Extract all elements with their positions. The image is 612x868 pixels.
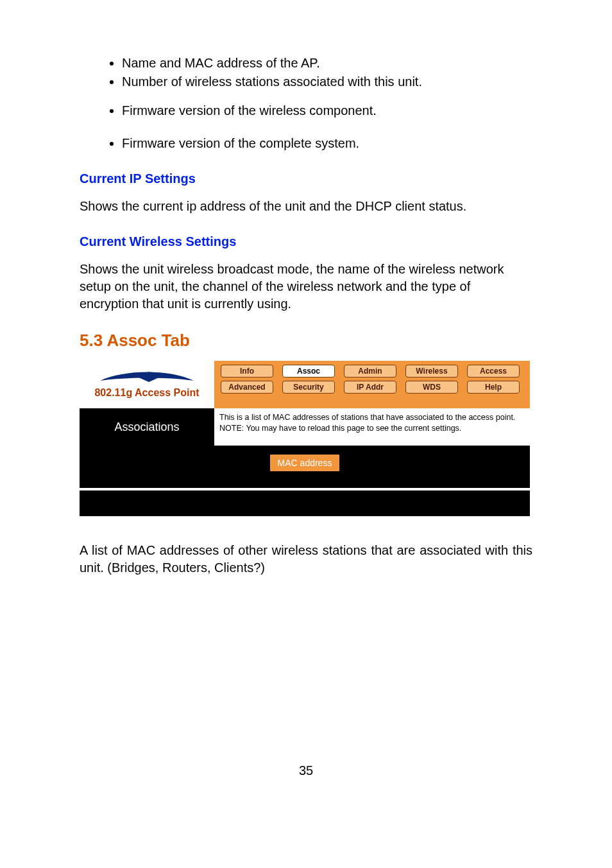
heading-current-wireless: Current Wireless Settings bbox=[80, 234, 532, 249]
router-footer-bar bbox=[80, 490, 530, 516]
paragraph-wireless: Shows the unit wireless broadcast mode, … bbox=[80, 261, 532, 313]
paragraph-ip: Shows the current ip address of the unit… bbox=[80, 198, 532, 215]
section-heading-assoc-tab: 5.3 Assoc Tab bbox=[80, 331, 532, 351]
router-mid-row: Associations This is a list of MAC addre… bbox=[80, 408, 530, 446]
router-side-title: Associations bbox=[80, 408, 214, 446]
router-ui-figure: 802.11g Access Point Info Assoc Admin Wi… bbox=[80, 361, 530, 516]
tab-access[interactable]: Access bbox=[467, 365, 520, 378]
tab-wireless[interactable]: Wireless bbox=[405, 365, 458, 378]
router-header: 802.11g Access Point Info Assoc Admin Wi… bbox=[80, 361, 530, 408]
tab-help[interactable]: Help bbox=[467, 381, 520, 394]
brand-text: 802.11g Access Point bbox=[94, 387, 199, 399]
bullet-list-1: Name and MAC address of the AP. Number o… bbox=[80, 55, 532, 91]
brand-swoosh-icon bbox=[99, 370, 195, 386]
paragraph-below-figure: A list of MAC addresses of other wireles… bbox=[80, 542, 532, 577]
router-description: This is a list of MAC addresses of stati… bbox=[214, 408, 530, 446]
router-tabs-area: Info Assoc Admin Wireless Access Advance… bbox=[214, 361, 530, 408]
tab-row-1: Info Assoc Admin Wireless Access bbox=[221, 365, 523, 378]
page-number: 35 bbox=[0, 763, 612, 778]
bullet-list-2: Firmware version of the wireless compone… bbox=[80, 102, 532, 119]
router-brand-area: 802.11g Access Point bbox=[80, 361, 214, 408]
tab-admin[interactable]: Admin bbox=[344, 365, 396, 378]
bullet-item: Firmware version of the wireless compone… bbox=[122, 102, 532, 119]
tab-advanced[interactable]: Advanced bbox=[221, 381, 273, 394]
tab-wds[interactable]: WDS bbox=[405, 381, 458, 394]
tab-info[interactable]: Info bbox=[221, 365, 273, 378]
tab-row-2: Advanced Security IP Addr WDS Help bbox=[221, 381, 523, 394]
tab-assoc[interactable]: Assoc bbox=[282, 365, 335, 378]
bullet-item: Firmware version of the complete system. bbox=[122, 135, 532, 152]
router-mac-header-row: MAC address bbox=[80, 446, 530, 480]
bullet-item: Number of wireless stations associated w… bbox=[122, 73, 532, 91]
heading-current-ip: Current IP Settings bbox=[80, 171, 532, 186]
tab-security[interactable]: Security bbox=[282, 381, 335, 394]
router-gap bbox=[80, 480, 530, 488]
bullet-list-3: Firmware version of the complete system. bbox=[80, 135, 532, 152]
bullet-item: Name and MAC address of the AP. bbox=[122, 55, 532, 72]
tab-ipaddr[interactable]: IP Addr bbox=[344, 381, 396, 394]
mac-address-header: MAC address bbox=[270, 455, 340, 471]
